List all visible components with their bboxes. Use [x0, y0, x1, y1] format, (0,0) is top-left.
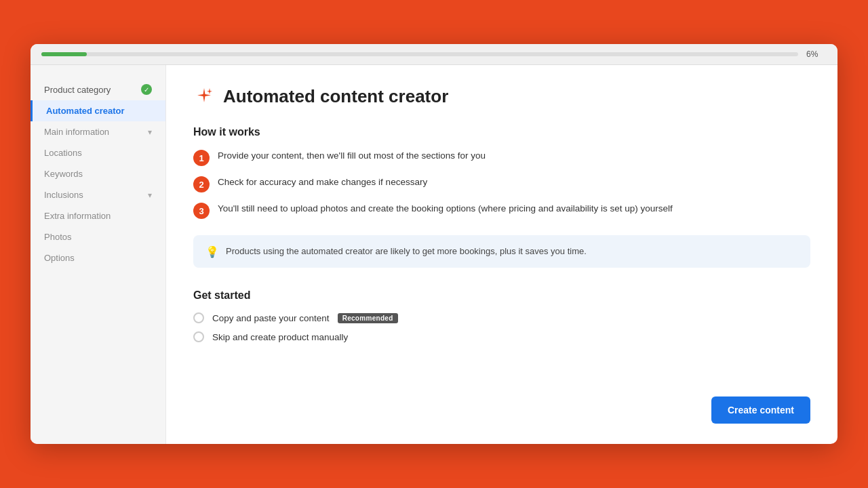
sidebar-item-automated-creator[interactable]: Automated creator — [31, 100, 165, 121]
step-number-2: 2 — [193, 176, 210, 192]
chevron-down-icon-inclusions: ▾ — [148, 190, 152, 200]
progress-bar-fill — [41, 52, 87, 56]
sidebar-item-product-category[interactable]: Product category ✓ — [31, 79, 165, 100]
automated-creator-label: Automated creator — [46, 106, 125, 116]
step-text-1: Provide your content, then we'll fill ou… — [218, 149, 486, 163]
option-skip-label: Skip and create product manually — [212, 332, 348, 342]
bottom-bar: Create content — [193, 383, 810, 424]
page-title-row: Automated content creator — [193, 85, 810, 107]
photos-label: Photos — [44, 232, 71, 242]
browser-window: 6% Product category ✓ Automated creator … — [31, 44, 837, 444]
keywords-label: Keywords — [44, 169, 83, 179]
sidebar-item-photos[interactable]: Photos — [31, 226, 165, 247]
steps-list: 1 Provide your content, then we'll fill … — [193, 149, 810, 219]
get-started-heading: Get started — [193, 289, 810, 302]
create-content-button[interactable]: Create content — [711, 396, 810, 424]
progress-label: 6% — [806, 49, 827, 59]
sidebar-item-keywords[interactable]: Keywords — [31, 163, 165, 184]
step-number-3: 3 — [193, 203, 210, 219]
step-number-1: 1 — [193, 150, 210, 166]
step-item-1: 1 Provide your content, then we'll fill … — [193, 149, 810, 166]
options-label: Options — [44, 253, 75, 263]
main-information-label: Main information — [44, 127, 109, 137]
radio-skip[interactable] — [193, 331, 204, 342]
sidebar-item-main-information[interactable]: Main information ▾ — [31, 121, 165, 142]
info-box: 💡 Products using the automated creator a… — [193, 235, 810, 268]
option-copy-paste-label: Copy and paste your content — [212, 313, 330, 323]
option-skip[interactable]: Skip and create product manually — [193, 331, 810, 342]
app-content: Product category ✓ Automated creator Mai… — [31, 65, 837, 444]
step-item-2: 2 Check for accuracy and make changes if… — [193, 176, 810, 192]
extra-information-label: Extra information — [44, 211, 111, 221]
how-it-works-heading: How it works — [193, 126, 810, 138]
radio-copy-paste[interactable] — [193, 312, 204, 323]
product-category-label: Product category — [44, 85, 111, 95]
info-text: Products using the automated creator are… — [226, 245, 587, 258]
lightbulb-icon: 💡 — [205, 245, 219, 258]
option-copy-paste[interactable]: Copy and paste your content Recommended — [193, 312, 810, 323]
step-text-3: You'll still need to upload photos and c… — [218, 202, 673, 216]
page-title: Automated content creator — [223, 86, 448, 107]
step-item-3: 3 You'll still need to upload photos and… — [193, 202, 810, 219]
chevron-down-icon: ▾ — [148, 127, 152, 137]
locations-label: Locations — [44, 148, 82, 158]
browser-bar: 6% — [31, 44, 837, 65]
sidebar-item-extra-information[interactable]: Extra information — [31, 205, 165, 226]
check-icon: ✓ — [141, 84, 152, 95]
main-content: Automated content creator How it works 1… — [166, 65, 837, 444]
step-text-2: Check for accuracy and make changes if n… — [218, 176, 427, 189]
sidebar-item-locations[interactable]: Locations — [31, 142, 165, 163]
inclusions-label: Inclusions — [44, 190, 83, 200]
sidebar-item-options[interactable]: Options — [31, 247, 165, 268]
recommended-badge: Recommended — [338, 313, 398, 323]
sidebar: Product category ✓ Automated creator Mai… — [31, 65, 166, 444]
sidebar-item-inclusions[interactable]: Inclusions ▾ — [31, 184, 165, 205]
progress-bar-container — [41, 52, 798, 56]
sparkle-icon — [193, 85, 215, 107]
